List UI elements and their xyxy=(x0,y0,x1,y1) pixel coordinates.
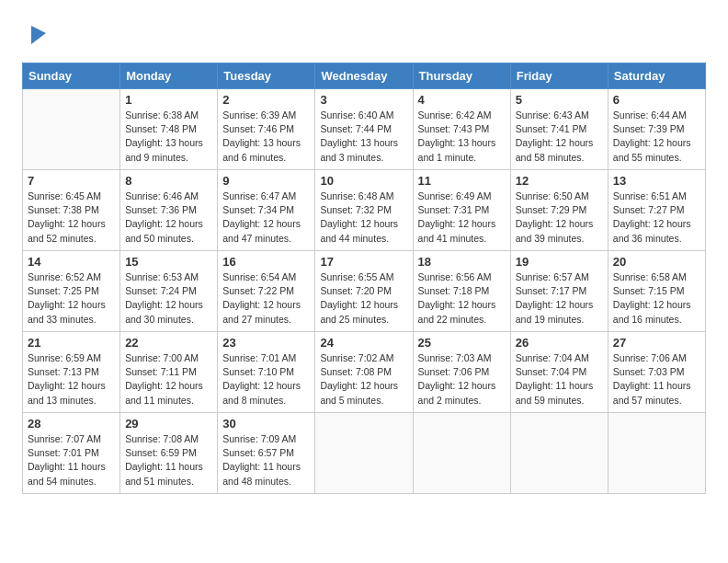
day-number: 1 xyxy=(125,93,212,107)
day-number: 30 xyxy=(222,417,310,431)
calendar-cell xyxy=(510,413,608,494)
calendar-cell: 13Sunrise: 6:51 AM Sunset: 7:27 PM Dayli… xyxy=(608,170,705,251)
calendar-cell xyxy=(608,413,705,494)
calendar-week-row: 14Sunrise: 6:52 AM Sunset: 7:25 PM Dayli… xyxy=(23,251,706,332)
calendar-cell: 2Sunrise: 6:39 AM Sunset: 7:46 PM Daylig… xyxy=(218,89,315,170)
day-info: Sunrise: 6:44 AM Sunset: 7:39 PM Dayligh… xyxy=(613,109,700,165)
day-header-tuesday: Tuesday xyxy=(218,63,315,89)
day-number: 27 xyxy=(613,336,700,350)
calendar-week-row: 7Sunrise: 6:45 AM Sunset: 7:38 PM Daylig… xyxy=(23,170,706,251)
calendar-cell: 4Sunrise: 6:42 AM Sunset: 7:43 PM Daylig… xyxy=(413,89,510,170)
day-info: Sunrise: 7:07 AM Sunset: 7:01 PM Dayligh… xyxy=(28,432,115,488)
calendar-cell: 12Sunrise: 6:50 AM Sunset: 7:29 PM Dayli… xyxy=(510,170,608,251)
day-info: Sunrise: 7:06 AM Sunset: 7:03 PM Dayligh… xyxy=(613,351,700,408)
day-info: Sunrise: 6:49 AM Sunset: 7:31 PM Dayligh… xyxy=(418,190,506,246)
logo-icon xyxy=(24,18,53,48)
day-info: Sunrise: 7:03 AM Sunset: 7:06 PM Dayligh… xyxy=(418,351,506,408)
day-number: 12 xyxy=(516,174,603,188)
day-info: Sunrise: 6:40 AM Sunset: 7:44 PM Dayligh… xyxy=(320,109,407,165)
day-number: 7 xyxy=(28,174,115,188)
calendar-cell: 21Sunrise: 6:59 AM Sunset: 7:13 PM Dayli… xyxy=(23,332,120,413)
day-header-wednesday: Wednesday xyxy=(315,63,413,89)
day-number: 2 xyxy=(222,93,310,107)
day-info: Sunrise: 6:55 AM Sunset: 7:20 PM Dayligh… xyxy=(320,270,407,327)
day-info: Sunrise: 6:39 AM Sunset: 7:46 PM Dayligh… xyxy=(222,109,310,165)
calendar-cell: 15Sunrise: 6:53 AM Sunset: 7:24 PM Dayli… xyxy=(120,251,218,332)
calendar-cell: 7Sunrise: 6:45 AM Sunset: 7:38 PM Daylig… xyxy=(23,170,120,251)
day-number: 21 xyxy=(28,336,115,350)
day-info: Sunrise: 6:59 AM Sunset: 7:13 PM Dayligh… xyxy=(28,351,115,408)
calendar-table: SundayMondayTuesdayWednesdayThursdayFrid… xyxy=(22,63,706,494)
calendar-cell: 27Sunrise: 7:06 AM Sunset: 7:03 PM Dayli… xyxy=(608,332,705,413)
calendar-cell: 10Sunrise: 6:48 AM Sunset: 7:32 PM Dayli… xyxy=(315,170,413,251)
page-header xyxy=(22,18,706,48)
day-info: Sunrise: 6:38 AM Sunset: 7:48 PM Dayligh… xyxy=(125,109,212,165)
day-info: Sunrise: 6:54 AM Sunset: 7:22 PM Dayligh… xyxy=(222,270,310,327)
day-number: 10 xyxy=(320,174,407,188)
day-number: 17 xyxy=(320,255,407,269)
day-info: Sunrise: 6:48 AM Sunset: 7:32 PM Dayligh… xyxy=(320,190,407,246)
calendar-cell: 25Sunrise: 7:03 AM Sunset: 7:06 PM Dayli… xyxy=(413,332,510,413)
day-number: 13 xyxy=(613,174,700,188)
day-header-thursday: Thursday xyxy=(413,63,510,89)
day-info: Sunrise: 7:04 AM Sunset: 7:04 PM Dayligh… xyxy=(516,351,603,408)
day-header-sunday: Sunday xyxy=(23,63,120,89)
day-number: 4 xyxy=(418,93,506,107)
day-number: 29 xyxy=(125,417,212,431)
day-number: 3 xyxy=(320,93,407,107)
calendar-cell: 22Sunrise: 7:00 AM Sunset: 7:11 PM Dayli… xyxy=(120,332,218,413)
calendar-cell: 24Sunrise: 7:02 AM Sunset: 7:08 PM Dayli… xyxy=(315,332,413,413)
calendar-cell: 29Sunrise: 7:08 AM Sunset: 6:59 PM Dayli… xyxy=(120,413,218,494)
day-number: 25 xyxy=(418,336,506,350)
calendar-cell: 5Sunrise: 6:43 AM Sunset: 7:41 PM Daylig… xyxy=(510,89,608,170)
calendar-cell: 11Sunrise: 6:49 AM Sunset: 7:31 PM Dayli… xyxy=(413,170,510,251)
day-info: Sunrise: 6:50 AM Sunset: 7:29 PM Dayligh… xyxy=(516,190,603,246)
day-info: Sunrise: 6:42 AM Sunset: 7:43 PM Dayligh… xyxy=(418,109,506,165)
calendar-cell: 28Sunrise: 7:07 AM Sunset: 7:01 PM Dayli… xyxy=(23,413,120,494)
calendar-cell: 30Sunrise: 7:09 AM Sunset: 6:57 PM Dayli… xyxy=(218,413,315,494)
day-info: Sunrise: 6:45 AM Sunset: 7:38 PM Dayligh… xyxy=(28,190,115,246)
calendar-week-row: 1Sunrise: 6:38 AM Sunset: 7:48 PM Daylig… xyxy=(23,89,706,170)
calendar-cell: 26Sunrise: 7:04 AM Sunset: 7:04 PM Dayli… xyxy=(510,332,608,413)
day-number: 18 xyxy=(418,255,506,269)
day-number: 26 xyxy=(516,336,603,350)
day-header-saturday: Saturday xyxy=(608,63,705,89)
day-info: Sunrise: 7:08 AM Sunset: 6:59 PM Dayligh… xyxy=(125,432,212,488)
day-number: 9 xyxy=(222,174,310,188)
calendar-cell: 23Sunrise: 7:01 AM Sunset: 7:10 PM Dayli… xyxy=(218,332,315,413)
calendar-cell xyxy=(315,413,413,494)
day-info: Sunrise: 7:00 AM Sunset: 7:11 PM Dayligh… xyxy=(125,351,212,408)
day-info: Sunrise: 6:51 AM Sunset: 7:27 PM Dayligh… xyxy=(613,190,700,246)
calendar-cell: 17Sunrise: 6:55 AM Sunset: 7:20 PM Dayli… xyxy=(315,251,413,332)
day-info: Sunrise: 6:43 AM Sunset: 7:41 PM Dayligh… xyxy=(516,109,603,165)
day-info: Sunrise: 6:56 AM Sunset: 7:18 PM Dayligh… xyxy=(418,270,506,327)
day-info: Sunrise: 6:58 AM Sunset: 7:15 PM Dayligh… xyxy=(613,270,700,327)
calendar-cell: 20Sunrise: 6:58 AM Sunset: 7:15 PM Dayli… xyxy=(608,251,705,332)
day-info: Sunrise: 7:02 AM Sunset: 7:08 PM Dayligh… xyxy=(320,351,407,408)
day-info: Sunrise: 6:46 AM Sunset: 7:36 PM Dayligh… xyxy=(125,190,212,246)
day-number: 14 xyxy=(28,255,115,269)
calendar-week-row: 28Sunrise: 7:07 AM Sunset: 7:01 PM Dayli… xyxy=(23,413,706,494)
logo xyxy=(22,18,53,48)
calendar-cell xyxy=(413,413,510,494)
calendar-header-row: SundayMondayTuesdayWednesdayThursdayFrid… xyxy=(23,63,706,89)
day-number: 8 xyxy=(125,174,212,188)
day-number: 6 xyxy=(613,93,700,107)
calendar-cell: 6Sunrise: 6:44 AM Sunset: 7:39 PM Daylig… xyxy=(608,89,705,170)
day-info: Sunrise: 6:57 AM Sunset: 7:17 PM Dayligh… xyxy=(516,270,603,327)
calendar-cell: 16Sunrise: 6:54 AM Sunset: 7:22 PM Dayli… xyxy=(218,251,315,332)
calendar-cell: 8Sunrise: 6:46 AM Sunset: 7:36 PM Daylig… xyxy=(120,170,218,251)
day-number: 28 xyxy=(28,417,115,431)
day-number: 15 xyxy=(125,255,212,269)
calendar-cell: 3Sunrise: 6:40 AM Sunset: 7:44 PM Daylig… xyxy=(315,89,413,170)
day-number: 20 xyxy=(613,255,700,269)
day-number: 23 xyxy=(222,336,310,350)
day-info: Sunrise: 6:52 AM Sunset: 7:25 PM Dayligh… xyxy=(28,270,115,327)
day-number: 19 xyxy=(516,255,603,269)
day-header-friday: Friday xyxy=(510,63,608,89)
calendar-cell: 14Sunrise: 6:52 AM Sunset: 7:25 PM Dayli… xyxy=(23,251,120,332)
day-number: 11 xyxy=(418,174,506,188)
day-number: 22 xyxy=(125,336,212,350)
day-info: Sunrise: 6:47 AM Sunset: 7:34 PM Dayligh… xyxy=(222,190,310,246)
calendar-cell: 9Sunrise: 6:47 AM Sunset: 7:34 PM Daylig… xyxy=(218,170,315,251)
